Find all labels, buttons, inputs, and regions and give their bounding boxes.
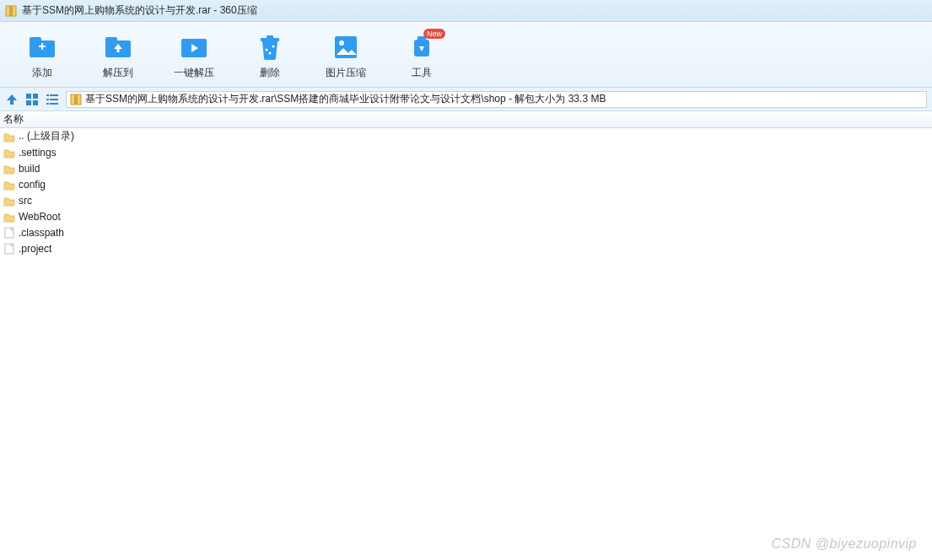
list-item[interactable]: WebRoot (0, 208, 932, 224)
file-name: .classpath (19, 227, 64, 239)
list-item[interactable]: config (0, 176, 932, 192)
one-click-extract-label: 一键解压 (174, 66, 214, 80)
list-item[interactable]: .project (0, 240, 932, 256)
file-name: .project (19, 243, 51, 255)
list-item[interactable]: .settings (0, 144, 932, 160)
up-dir-button[interactable] (5, 93, 19, 106)
folder-icon (3, 195, 15, 207)
titlebar: 基于SSM的网上购物系统的设计与开发.rar - 360压缩 (0, 0, 932, 22)
folder-up-icon (104, 34, 132, 61)
archive-icon (70, 94, 82, 105)
folder-icon (3, 163, 15, 175)
tools-button[interactable]: New 工具 (398, 34, 445, 80)
folder-icon (3, 179, 15, 191)
column-name: 名称 (3, 112, 24, 127)
toolbar: 添加 解压到 一键解压 删除 图片压缩 New 工具 (0, 22, 932, 88)
up-arrow-icon (5, 93, 19, 106)
view-list-button[interactable] (46, 93, 59, 106)
image-compress-button[interactable]: 图片压缩 (322, 34, 369, 80)
file-name: WebRoot (19, 211, 61, 223)
window-title: 基于SSM的网上购物系统的设计与开发.rar - 360压缩 (22, 3, 257, 18)
app-icon (5, 5, 17, 17)
add-label: 添加 (32, 66, 52, 80)
file-list: .. (上级目录) .settings build config src Web… (0, 128, 932, 256)
list-item[interactable]: build (0, 160, 932, 176)
list-item[interactable]: .classpath (0, 224, 932, 240)
trash-icon (256, 33, 284, 62)
view-list-icon (46, 93, 59, 106)
one-click-extract-button[interactable]: 一键解压 (170, 34, 218, 80)
delete-label: 删除 (260, 66, 280, 80)
folder-icon (3, 147, 15, 159)
path-text: 基于SSM的网上购物系统的设计与开发.rar\SSM搭建的商城毕业设计附带论文与… (85, 92, 606, 106)
add-button[interactable]: 添加 (19, 34, 66, 80)
file-name: .settings (19, 147, 57, 159)
new-badge: New (423, 29, 445, 39)
list-item[interactable]: src (0, 192, 932, 208)
folder-plus-icon (28, 34, 57, 61)
file-name: .. (上级目录) (19, 129, 74, 143)
view-icons-button[interactable] (25, 93, 39, 106)
file-name: src (19, 195, 32, 207)
file-name: build (19, 163, 40, 175)
path-input[interactable]: 基于SSM的网上购物系统的设计与开发.rar\SSM搭建的商城毕业设计附带论文与… (66, 91, 927, 108)
tools-label: 工具 (412, 66, 432, 80)
watermark: CSDN @biyezuopinvip (772, 536, 917, 552)
folder-play-icon (180, 34, 208, 61)
view-icons-icon (25, 93, 39, 106)
folder-icon (3, 211, 15, 223)
folder-icon (3, 131, 15, 143)
file-icon (3, 227, 15, 239)
extract-to-label: 解压到 (103, 66, 133, 80)
extract-to-button[interactable]: 解压到 (94, 34, 142, 80)
navbar: 基于SSM的网上购物系统的设计与开发.rar\SSM搭建的商城毕业设计附带论文与… (0, 88, 932, 111)
column-header[interactable]: 名称 (0, 111, 932, 128)
image-icon (331, 33, 360, 62)
file-name: config (19, 179, 46, 191)
file-icon (3, 243, 15, 255)
list-item[interactable]: .. (上级目录) (0, 128, 932, 144)
delete-button[interactable]: 删除 (246, 34, 294, 80)
image-compress-label: 图片压缩 (326, 66, 366, 80)
